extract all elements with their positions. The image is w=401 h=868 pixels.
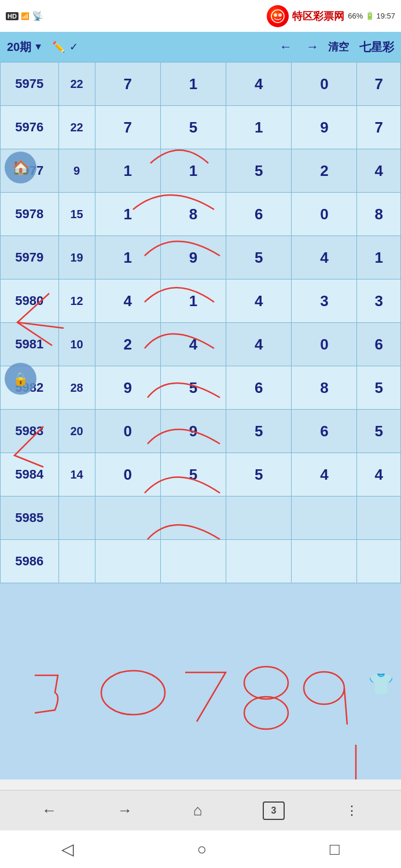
cell-number: 8 [160, 193, 226, 236]
cell-id: 5983 [1, 410, 59, 453]
browser-tabs-button[interactable]: 3 [263, 801, 285, 820]
cell-sum: 14 [58, 453, 95, 496]
wifi-signal: 📡 [32, 10, 43, 21]
cell-last: 8 [357, 193, 401, 236]
edit-icon[interactable]: ✏️ [52, 41, 65, 53]
table-row: 59791919541 [1, 236, 401, 279]
browser-home-button[interactable]: ⌂ [193, 801, 203, 819]
cell-last: 3 [357, 279, 401, 323]
cell-id: 5975 [1, 62, 59, 106]
check-icon[interactable]: ✓ [69, 41, 78, 53]
cell-number: 5 [226, 236, 292, 279]
cell-id: 5976 [1, 106, 59, 149]
lottery-table-area: 🏠 🔒 597522714075976227519759779115245978… [0, 62, 401, 779]
cell-number: 0 [95, 453, 160, 496]
sys-back-button[interactable]: ◁ [61, 840, 74, 859]
cell-number: 1 [95, 193, 160, 236]
cell-id: 5979 [1, 236, 59, 279]
cell-sum: 12 [58, 279, 95, 323]
cell-number: 7 [95, 62, 160, 106]
cell-sum: 28 [58, 366, 95, 410]
browser-bar: ← → ⌂ 3 ⋮ [0, 790, 401, 830]
cell-number: 1 [226, 106, 292, 149]
cell-last: 5 [357, 366, 401, 410]
svg-point-5 [244, 697, 288, 729]
float-lock-button[interactable]: 🔒 [5, 363, 36, 395]
svg-point-1 [274, 13, 277, 17]
cell-id: 5984 [1, 453, 59, 496]
sys-home-button[interactable]: ○ [197, 840, 207, 859]
table-row: 59841405544 [1, 453, 401, 496]
svg-point-2 [278, 13, 282, 17]
table-row: 5977911524 [1, 149, 401, 193]
cell-number: 4 [292, 236, 357, 279]
cell-number [160, 540, 226, 583]
cell-last: 1 [357, 236, 401, 279]
cell-number: 7 [95, 106, 160, 149]
period-selector[interactable]: 20期 ▼ [7, 39, 43, 55]
page-title: 七星彩 [359, 39, 394, 55]
network-signal: 📶 [21, 12, 30, 20]
lottery-table: 5975227140759762275197597791152459781518… [0, 62, 401, 583]
cell-number: 9 [292, 106, 357, 149]
cell-number: 1 [160, 149, 226, 193]
cell-number: 4 [226, 323, 292, 366]
period-dropdown-icon[interactable]: ▼ [34, 42, 43, 52]
cell-last [357, 540, 401, 583]
cell-number [292, 540, 357, 583]
cell-sum: 10 [58, 323, 95, 366]
tshirt-icon[interactable]: 👕 [366, 670, 395, 698]
table-row: 59801241433 [1, 279, 401, 323]
cell-number: 3 [292, 279, 357, 323]
float-home-button[interactable]: 🏠 [5, 152, 36, 183]
cell-number [95, 496, 160, 540]
cell-last: 6 [357, 323, 401, 366]
next-button[interactable]: → [301, 39, 323, 54]
sys-recents-button[interactable]: □ [330, 840, 340, 859]
cell-sum: 20 [58, 410, 95, 453]
cell-number: 9 [95, 366, 160, 410]
table-row: 5985 [1, 496, 401, 540]
cell-number [292, 496, 357, 540]
status-right: 特区彩票网 66% 🔋 19:57 [267, 5, 395, 27]
cell-number: 0 [292, 193, 357, 236]
cell-last: 7 [357, 106, 401, 149]
site-logo [267, 5, 289, 27]
cell-number [160, 496, 226, 540]
cell-number: 4 [160, 323, 226, 366]
cell-sum [58, 496, 95, 540]
site-name: 特区彩票网 [292, 9, 344, 23]
cell-number: 2 [292, 149, 357, 193]
svg-point-3 [101, 671, 165, 715]
period-label: 20期 [7, 39, 31, 55]
cell-number: 6 [292, 410, 357, 453]
cell-id: 5980 [1, 279, 59, 323]
cell-sum: 22 [58, 106, 95, 149]
table-row: 59811024406 [1, 323, 401, 366]
cell-id: 5981 [1, 323, 59, 366]
status-bar: HD 📶 📡 特区彩票网 66% 🔋 19:57 [0, 0, 401, 32]
cell-number: 0 [292, 323, 357, 366]
prev-button[interactable]: ← [275, 39, 297, 54]
cell-number: 0 [292, 62, 357, 106]
cell-number: 4 [292, 453, 357, 496]
browser-forward-button[interactable]: → [117, 801, 133, 819]
browser-back-button[interactable]: ← [42, 801, 57, 819]
cell-sum: 9 [58, 149, 95, 193]
cell-number [95, 540, 160, 583]
svg-point-6 [304, 672, 344, 704]
system-nav-bar: ◁ ○ □ [0, 830, 401, 868]
cell-sum: 19 [58, 236, 95, 279]
cell-sum [58, 540, 95, 583]
cell-id: 5986 [1, 540, 59, 583]
cell-number: 1 [95, 149, 160, 193]
cell-sum: 15 [58, 193, 95, 236]
cell-number: 1 [160, 62, 226, 106]
clear-button[interactable]: 清空 [328, 40, 349, 54]
cell-number: 2 [95, 323, 160, 366]
cell-number [226, 496, 292, 540]
cell-number: 1 [160, 279, 226, 323]
cell-number: 0 [95, 410, 160, 453]
cell-number: 5 [160, 106, 226, 149]
browser-menu-button[interactable]: ⋮ [345, 803, 359, 818]
